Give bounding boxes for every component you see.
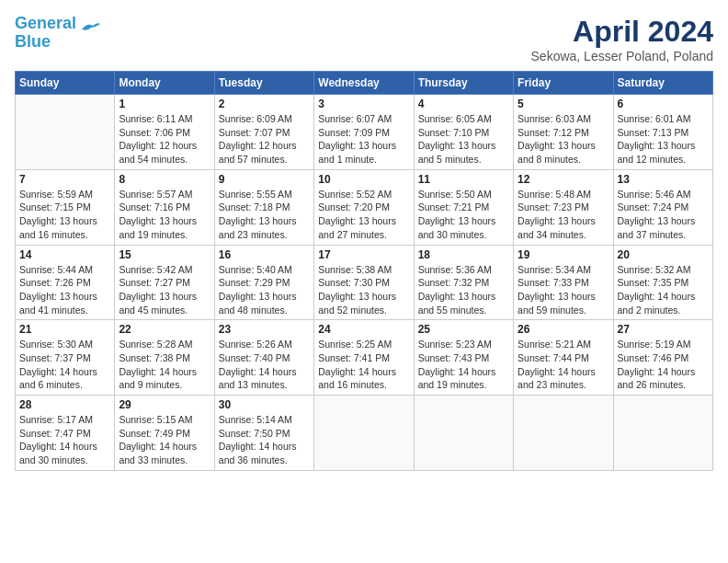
day-info: Sunrise: 5:48 AMSunset: 7:23 PMDaylight:… [518, 188, 609, 242]
day-number: 30 [219, 398, 310, 411]
day-number: 26 [518, 323, 609, 336]
day-info: Sunrise: 5:17 AMSunset: 7:47 PMDaylight:… [19, 413, 110, 467]
calendar-cell: 2Sunrise: 6:09 AMSunset: 7:07 PMDaylight… [214, 95, 313, 170]
day-number: 1 [119, 98, 210, 110]
calendar-week-row: 7Sunrise: 5:59 AMSunset: 7:15 PMDaylight… [16, 169, 713, 245]
calendar-week-row: 28Sunrise: 5:17 AMSunset: 7:47 PMDayligh… [16, 396, 713, 471]
calendar-cell: 24Sunrise: 5:25 AMSunset: 7:41 PMDayligh… [314, 320, 414, 396]
location-text: Sekowa, Lesser Poland, Poland [531, 49, 713, 63]
calendar-week-row: 1Sunrise: 6:11 AMSunset: 7:06 PMDaylight… [16, 95, 713, 170]
calendar-cell: 5Sunrise: 6:03 AMSunset: 7:12 PMDaylight… [514, 95, 613, 170]
calendar-cell: 7Sunrise: 5:59 AMSunset: 7:15 PMDaylight… [16, 169, 115, 245]
day-number: 16 [219, 248, 310, 261]
day-number: 7 [19, 173, 110, 186]
calendar-cell [314, 396, 414, 471]
calendar-cell: 28Sunrise: 5:17 AMSunset: 7:47 PMDayligh… [16, 396, 115, 471]
calendar-cell [16, 95, 115, 170]
day-number: 5 [518, 98, 609, 110]
calendar-cell: 20Sunrise: 5:32 AMSunset: 7:35 PMDayligh… [613, 245, 712, 320]
calendar-cell: 30Sunrise: 5:14 AMSunset: 7:50 PMDayligh… [214, 396, 313, 471]
day-info: Sunrise: 6:09 AMSunset: 7:07 PMDaylight:… [219, 112, 310, 167]
day-number: 19 [518, 248, 609, 261]
day-info: Sunrise: 5:38 AMSunset: 7:30 PMDaylight:… [318, 263, 409, 317]
calendar-week-row: 21Sunrise: 5:30 AMSunset: 7:37 PMDayligh… [16, 320, 713, 396]
weekday-header: Friday [514, 72, 613, 95]
logo-text: GeneralBlue [15, 15, 76, 52]
day-number: 21 [19, 323, 110, 336]
day-info: Sunrise: 6:07 AMSunset: 7:09 PMDaylight:… [318, 112, 409, 167]
day-number: 8 [119, 173, 210, 186]
calendar-cell: 16Sunrise: 5:40 AMSunset: 7:29 PMDayligh… [214, 245, 313, 320]
calendar-cell: 10Sunrise: 5:52 AMSunset: 7:20 PMDayligh… [314, 169, 414, 245]
calendar-cell: 1Sunrise: 6:11 AMSunset: 7:06 PMDaylight… [115, 95, 214, 170]
weekday-header: Tuesday [214, 72, 313, 95]
calendar-cell: 3Sunrise: 6:07 AMSunset: 7:09 PMDaylight… [314, 95, 414, 170]
day-number: 25 [418, 323, 509, 336]
day-number: 9 [219, 173, 310, 186]
calendar-cell [613, 396, 712, 471]
calendar-cell: 9Sunrise: 5:55 AMSunset: 7:18 PMDaylight… [214, 169, 313, 245]
logo: GeneralBlue [15, 15, 100, 52]
calendar-cell: 12Sunrise: 5:48 AMSunset: 7:23 PMDayligh… [514, 169, 613, 245]
day-info: Sunrise: 5:32 AMSunset: 7:35 PMDaylight:… [618, 263, 709, 317]
day-info: Sunrise: 5:23 AMSunset: 7:43 PMDaylight:… [418, 338, 509, 392]
day-number: 6 [618, 98, 709, 110]
title-block: April 2024 Sekowa, Lesser Poland, Poland [531, 15, 713, 63]
day-number: 15 [119, 248, 210, 261]
day-info: Sunrise: 5:36 AMSunset: 7:32 PMDaylight:… [418, 263, 509, 317]
day-info: Sunrise: 6:01 AMSunset: 7:13 PMDaylight:… [618, 112, 709, 167]
day-number: 13 [618, 173, 709, 186]
calendar-cell [514, 396, 613, 471]
day-number: 17 [318, 248, 409, 261]
month-title: April 2024 [531, 15, 713, 49]
calendar-cell: 22Sunrise: 5:28 AMSunset: 7:38 PMDayligh… [115, 320, 214, 396]
calendar-cell: 14Sunrise: 5:44 AMSunset: 7:26 PMDayligh… [16, 245, 115, 320]
day-info: Sunrise: 5:21 AMSunset: 7:44 PMDaylight:… [518, 338, 609, 392]
day-info: Sunrise: 5:42 AMSunset: 7:27 PMDaylight:… [119, 263, 210, 317]
day-number: 22 [119, 323, 210, 336]
calendar-table: SundayMondayTuesdayWednesdayThursdayFrid… [15, 71, 713, 471]
calendar-cell: 21Sunrise: 5:30 AMSunset: 7:37 PMDayligh… [16, 320, 115, 396]
calendar-cell: 17Sunrise: 5:38 AMSunset: 7:30 PMDayligh… [314, 245, 414, 320]
day-info: Sunrise: 5:59 AMSunset: 7:15 PMDaylight:… [19, 188, 110, 242]
day-number: 24 [318, 323, 409, 336]
day-number: 3 [318, 98, 409, 110]
day-info: Sunrise: 5:34 AMSunset: 7:33 PMDaylight:… [518, 263, 609, 317]
day-info: Sunrise: 5:55 AMSunset: 7:18 PMDaylight:… [219, 188, 310, 242]
calendar-header-row: SundayMondayTuesdayWednesdayThursdayFrid… [16, 72, 713, 95]
page-header: GeneralBlue April 2024 Sekowa, Lesser Po… [15, 15, 713, 63]
logo-bird-icon [80, 20, 100, 37]
day-number: 10 [318, 173, 409, 186]
calendar-cell: 4Sunrise: 6:05 AMSunset: 7:10 PMDaylight… [414, 95, 513, 170]
day-info: Sunrise: 5:19 AMSunset: 7:46 PMDaylight:… [618, 338, 709, 392]
calendar-cell: 23Sunrise: 5:26 AMSunset: 7:40 PMDayligh… [214, 320, 313, 396]
day-info: Sunrise: 6:03 AMSunset: 7:12 PMDaylight:… [518, 112, 609, 167]
day-number: 23 [219, 323, 310, 336]
weekday-header: Monday [115, 72, 214, 95]
calendar-week-row: 14Sunrise: 5:44 AMSunset: 7:26 PMDayligh… [16, 245, 713, 320]
day-info: Sunrise: 5:40 AMSunset: 7:29 PMDaylight:… [219, 263, 310, 317]
calendar-cell: 19Sunrise: 5:34 AMSunset: 7:33 PMDayligh… [514, 245, 613, 320]
calendar-cell: 29Sunrise: 5:15 AMSunset: 7:49 PMDayligh… [115, 396, 214, 471]
weekday-header: Wednesday [314, 72, 414, 95]
calendar-cell: 8Sunrise: 5:57 AMSunset: 7:16 PMDaylight… [115, 169, 214, 245]
calendar-cell: 11Sunrise: 5:50 AMSunset: 7:21 PMDayligh… [414, 169, 513, 245]
day-info: Sunrise: 5:26 AMSunset: 7:40 PMDaylight:… [219, 338, 310, 392]
calendar-cell: 26Sunrise: 5:21 AMSunset: 7:44 PMDayligh… [514, 320, 613, 396]
day-info: Sunrise: 6:05 AMSunset: 7:10 PMDaylight:… [418, 112, 509, 167]
calendar-cell: 6Sunrise: 6:01 AMSunset: 7:13 PMDaylight… [613, 95, 712, 170]
day-info: Sunrise: 5:52 AMSunset: 7:20 PMDaylight:… [318, 188, 409, 242]
day-number: 18 [418, 248, 509, 261]
day-info: Sunrise: 5:50 AMSunset: 7:21 PMDaylight:… [418, 188, 509, 242]
day-info: Sunrise: 5:44 AMSunset: 7:26 PMDaylight:… [19, 263, 110, 317]
day-number: 4 [418, 98, 509, 110]
calendar-cell [414, 396, 513, 471]
day-number: 27 [618, 323, 709, 336]
calendar-cell: 13Sunrise: 5:46 AMSunset: 7:24 PMDayligh… [613, 169, 712, 245]
day-number: 28 [19, 398, 110, 411]
day-info: Sunrise: 5:30 AMSunset: 7:37 PMDaylight:… [19, 338, 110, 392]
day-number: 11 [418, 173, 509, 186]
calendar-cell: 18Sunrise: 5:36 AMSunset: 7:32 PMDayligh… [414, 245, 513, 320]
day-number: 12 [518, 173, 609, 186]
day-info: Sunrise: 5:15 AMSunset: 7:49 PMDaylight:… [119, 413, 210, 467]
